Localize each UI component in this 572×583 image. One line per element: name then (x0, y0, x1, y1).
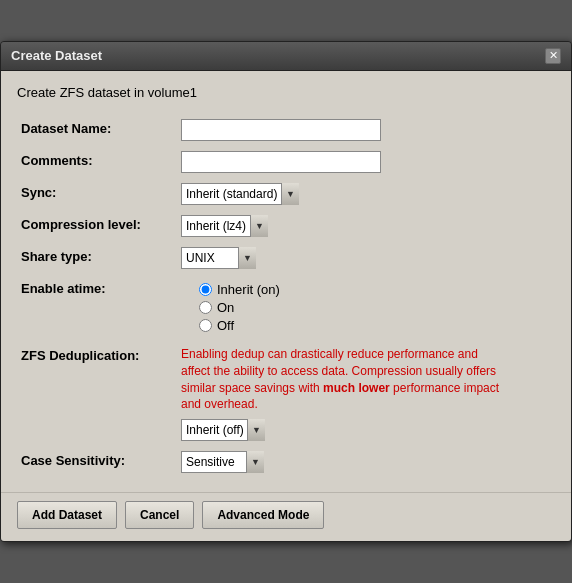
dedup-label: ZFS Deduplication: (17, 341, 177, 446)
sync-select-container: Inherit (standard) Standard Always Disab… (181, 183, 299, 205)
comments-row: Comments: (17, 146, 555, 178)
share-type-label: Share type: (17, 242, 177, 274)
form-table: Dataset Name: Comments: Sync: (17, 114, 555, 478)
atime-on-radio[interactable] (199, 301, 212, 314)
atime-off-radio[interactable] (199, 319, 212, 332)
dialog-body: Create ZFS dataset in volume1 Dataset Na… (1, 71, 571, 492)
atime-inherit-radio[interactable] (199, 283, 212, 296)
dataset-name-row: Dataset Name: (17, 114, 555, 146)
dedup-warning: Enabling dedup can drastically reduce pe… (181, 346, 501, 413)
comments-input[interactable] (181, 151, 381, 173)
dialog-header: Create Dataset ✕ (1, 42, 571, 71)
dataset-name-label: Dataset Name: (17, 114, 177, 146)
compression-select[interactable]: Inherit (lz4) Off lz4 gzip zle lzjb (181, 215, 268, 237)
compression-select-container: Inherit (lz4) Off lz4 gzip zle lzjb ▼ (181, 215, 268, 237)
dialog-footer: Add Dataset Cancel Advanced Mode (1, 492, 571, 541)
atime-row: Enable atime: Inherit (on) On (17, 274, 555, 341)
create-dataset-dialog: Create Dataset ✕ Create ZFS dataset in v… (0, 41, 572, 542)
share-type-select-container: UNIX Windows Mac ▼ (181, 247, 256, 269)
cancel-button[interactable]: Cancel (125, 501, 194, 529)
advanced-mode-button[interactable]: Advanced Mode (202, 501, 324, 529)
atime-radio-group: Inherit (on) On Off (181, 282, 551, 333)
comments-label: Comments: (17, 146, 177, 178)
share-type-select[interactable]: UNIX Windows Mac (181, 247, 256, 269)
dedup-select-container: Inherit (off) On Off Verify SHA256 ▼ (181, 419, 265, 441)
dedup-warning-bold: much lower (323, 381, 390, 395)
dedup-select[interactable]: Inherit (off) On Off Verify SHA256 (181, 419, 265, 441)
atime-inherit-item: Inherit (on) (199, 282, 551, 297)
share-type-row: Share type: UNIX Windows Mac ▼ (17, 242, 555, 274)
sync-select[interactable]: Inherit (standard) Standard Always Disab… (181, 183, 299, 205)
dataset-name-input[interactable] (181, 119, 381, 141)
atime-off-label: Off (217, 318, 234, 333)
atime-on-item: On (199, 300, 551, 315)
atime-off-item: Off (199, 318, 551, 333)
atime-label: Enable atime: (17, 274, 177, 341)
case-sensitivity-label: Case Sensitivity: (17, 446, 177, 478)
case-sensitivity-select[interactable]: Sensitive Insensitive Mixed (181, 451, 264, 473)
atime-inherit-label: Inherit (on) (217, 282, 280, 297)
close-button[interactable]: ✕ (545, 48, 561, 64)
atime-on-label: On (217, 300, 234, 315)
dialog-title: Create Dataset (11, 48, 102, 63)
case-sensitivity-row: Case Sensitivity: Sensitive Insensitive … (17, 446, 555, 478)
subtitle: Create ZFS dataset in volume1 (17, 85, 555, 100)
sync-label: Sync: (17, 178, 177, 210)
compression-label: Compression level: (17, 210, 177, 242)
add-dataset-button[interactable]: Add Dataset (17, 501, 117, 529)
compression-row: Compression level: Inherit (lz4) Off lz4… (17, 210, 555, 242)
dedup-row: ZFS Deduplication: Enabling dedup can dr… (17, 341, 555, 446)
case-sensitivity-select-container: Sensitive Insensitive Mixed ▼ (181, 451, 264, 473)
sync-row: Sync: Inherit (standard) Standard Always… (17, 178, 555, 210)
